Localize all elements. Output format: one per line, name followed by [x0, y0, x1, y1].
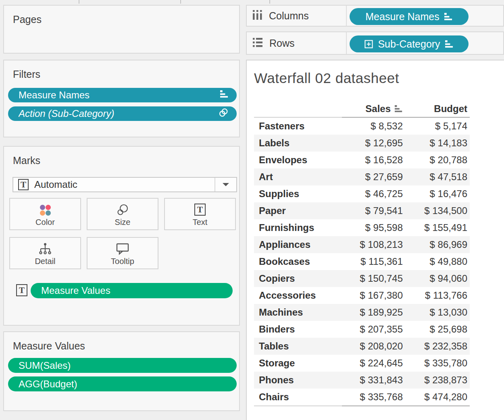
detail-icon	[38, 243, 52, 257]
row-budget-value[interactable]: $ 5,174	[406, 121, 470, 132]
table-row[interactable]: Machines$ 189,925$ 13,030	[254, 304, 470, 321]
row-budget-value[interactable]: $ 238,873	[406, 374, 470, 386]
row-sales-value[interactable]: $ 8,532	[343, 121, 406, 132]
row-budget-value[interactable]: $ 20,788	[406, 154, 470, 166]
filter-pill-action-sub-category[interactable]: Action (Sub-Category)	[8, 106, 237, 121]
column-header-sales[interactable]: Sales	[343, 103, 406, 114]
row-category[interactable]: Supplies	[254, 188, 343, 200]
columns-pill-measure-names[interactable]: Measure Names	[350, 8, 469, 25]
detail-button[interactable]: Detail	[9, 237, 81, 269]
row-category[interactable]: Storage	[254, 358, 343, 369]
row-budget-value[interactable]: $ 113,766	[406, 290, 470, 301]
row-sales-value[interactable]: $ 207,355	[343, 324, 406, 335]
color-button[interactable]: Color	[9, 198, 81, 230]
row-category[interactable]: Appliances	[254, 239, 343, 250]
row-budget-value[interactable]: $ 14,183	[406, 137, 470, 149]
table-row[interactable]: Accessories$ 167,380$ 113,766	[254, 287, 470, 304]
marks-card[interactable]: Marks T Automatic Color	[3, 146, 240, 326]
row-sales-value[interactable]: $ 95,598	[343, 222, 406, 233]
size-button[interactable]: Size	[87, 198, 158, 230]
text-button[interactable]: T Text	[164, 198, 236, 230]
row-category[interactable]: Labels	[254, 137, 343, 149]
row-budget-value[interactable]: $ 232,358	[406, 341, 470, 352]
row-budget-value[interactable]: $ 335,780	[406, 358, 470, 369]
row-sales-value[interactable]: $ 108,213	[343, 239, 406, 250]
sort-badge-icon[interactable]	[220, 89, 229, 101]
row-budget-value[interactable]: $ 49,880	[406, 256, 470, 267]
row-sales-value[interactable]: $ 115,361	[343, 256, 406, 267]
action-rings-icon[interactable]	[219, 108, 229, 120]
table-row[interactable]: Phones$ 331,843$ 238,873	[254, 372, 470, 389]
row-category[interactable]: Machines	[254, 307, 343, 318]
table-row[interactable]: Chairs$ 335,768$ 474,280	[254, 389, 470, 405]
row-budget-value[interactable]: $ 16,476	[406, 188, 470, 200]
row-sales-value[interactable]: $ 150,745	[343, 273, 406, 284]
sort-badge-icon[interactable]	[444, 12, 453, 21]
row-budget-value[interactable]: $ 134,500	[406, 205, 470, 216]
column-header-budget[interactable]: Budget	[406, 103, 470, 114]
pages-shelf[interactable]: Pages	[3, 5, 240, 54]
table-row[interactable]: Tables$ 208,020$ 232,358	[254, 338, 470, 355]
dropdown-caret[interactable]	[215, 178, 236, 191]
table-row[interactable]: Copiers$ 150,745$ 94,060	[254, 270, 470, 287]
row-sales-value[interactable]: $ 12,695	[343, 137, 406, 149]
row-budget-value[interactable]: $ 25,698	[406, 324, 470, 335]
sort-badge-icon[interactable]	[395, 105, 403, 113]
row-category[interactable]: Binders	[254, 324, 343, 335]
filters-shelf[interactable]: Filters Measure Names Action (Sub-Catego…	[3, 60, 240, 137]
row-sales-value[interactable]: $ 167,380	[343, 290, 406, 301]
row-category[interactable]: Bookcases	[254, 256, 343, 267]
table-row[interactable]: Storage$ 224,645$ 335,780	[254, 355, 470, 372]
row-sales-value[interactable]: $ 27,659	[343, 171, 406, 183]
row-category[interactable]: Phones	[254, 374, 343, 386]
table-row[interactable]: Paper$ 79,541$ 134,500	[254, 202, 470, 219]
marks-pill-measure-values[interactable]: Measure Values	[31, 283, 233, 298]
column-header-label: Budget	[434, 103, 467, 114]
row-sales-value[interactable]: $ 79,541	[343, 205, 406, 216]
row-sales-value[interactable]: $ 208,020	[343, 341, 406, 352]
columns-shelf[interactable]: Columns Measure Names	[246, 5, 504, 27]
table-row[interactable]: Appliances$ 108,213$ 86,969	[254, 236, 470, 253]
row-category[interactable]: Chairs	[254, 391, 343, 403]
row-sales-value[interactable]: $ 335,768	[343, 391, 406, 403]
tooltip-button[interactable]: Tooltip	[87, 237, 158, 269]
row-category[interactable]: Tables	[254, 341, 343, 352]
filter-pill-measure-names[interactable]: Measure Names	[8, 88, 237, 102]
row-sales-value[interactable]: $ 331,843	[343, 374, 406, 386]
table-row[interactable]: Supplies$ 46,725$ 16,476	[254, 185, 470, 202]
plus-box-icon[interactable]	[364, 40, 373, 48]
table-row[interactable]: Labels$ 12,695$ 14,183	[254, 135, 470, 152]
row-category[interactable]: Paper	[254, 205, 343, 216]
row-budget-value[interactable]: $ 86,969	[406, 239, 470, 250]
filters-title: Filters	[4, 60, 239, 80]
sort-badge-icon[interactable]	[445, 40, 454, 48]
table-row[interactable]: Binders$ 207,355$ 25,698	[254, 321, 470, 338]
row-category[interactable]: Furnishings	[254, 222, 343, 233]
row-sales-value[interactable]: $ 46,725	[343, 188, 406, 200]
tableau-workspace: Pages Filters Measure Names Action (Sub-…	[0, 0, 504, 420]
row-category[interactable]: Art	[254, 171, 343, 183]
row-sales-value[interactable]: $ 224,645	[343, 358, 406, 369]
row-category[interactable]: Envelopes	[254, 154, 343, 166]
rows-shelf[interactable]: Rows Sub-Category	[246, 31, 504, 55]
rows-pill-sub-category[interactable]: Sub-Category	[350, 35, 469, 52]
row-category[interactable]: Fasteners	[254, 121, 343, 132]
table-row[interactable]: Bookcases$ 115,361$ 49,880	[254, 253, 470, 270]
row-category[interactable]: Copiers	[254, 273, 343, 284]
table-row[interactable]: Fasteners$ 8,532$ 5,174	[254, 118, 470, 135]
row-budget-value[interactable]: $ 13,030	[406, 307, 470, 318]
row-budget-value[interactable]: $ 155,491	[406, 222, 470, 233]
table-row[interactable]: Envelopes$ 16,528$ 20,788	[254, 152, 470, 168]
row-sales-value[interactable]: $ 189,925	[343, 307, 406, 318]
row-budget-value[interactable]: $ 47,518	[406, 171, 470, 183]
row-category[interactable]: Accessories	[254, 290, 343, 301]
row-sales-value[interactable]: $ 16,528	[343, 154, 406, 166]
row-budget-value[interactable]: $ 474,280	[406, 391, 470, 403]
row-budget-value[interactable]: $ 94,060	[406, 273, 470, 284]
mark-type-dropdown[interactable]: T Automatic	[12, 177, 237, 192]
table-row[interactable]: Art$ 27,659$ 47,518	[254, 168, 470, 185]
measure-values-card[interactable]: Measure Values SUM(Sales) AGG(Budget)	[3, 331, 240, 411]
measure-values-pill-agg-budget[interactable]: AGG(Budget)	[8, 376, 237, 391]
measure-values-pill-sum-sales[interactable]: SUM(Sales)	[8, 358, 237, 373]
table-row[interactable]: Furnishings$ 95,598$ 155,491	[254, 219, 470, 236]
